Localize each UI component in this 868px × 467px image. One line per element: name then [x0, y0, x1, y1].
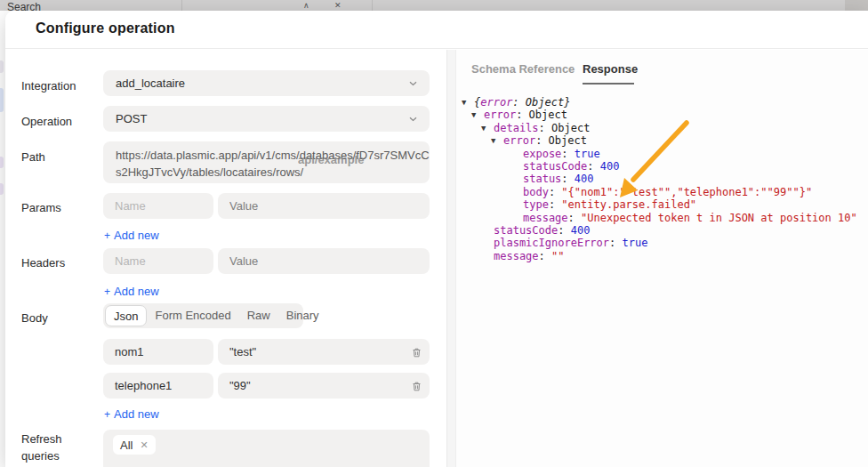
expand-arrow-icon[interactable]: ▼ — [471, 109, 484, 121]
json-segment-str: "Unexpected token t in JSON at position … — [581, 212, 857, 224]
chevron-down-icon — [409, 81, 417, 86]
json-segment-bool: true — [575, 148, 600, 160]
active-tab-underline — [583, 83, 634, 85]
path-label: Path — [21, 149, 98, 165]
json-segment-key: details — [494, 122, 539, 134]
json-segment-key: error — [503, 134, 535, 147]
background-toolbar-fragment — [845, 0, 868, 11]
trash-icon[interactable] — [411, 380, 423, 392]
json-segment-plain: Object} — [526, 96, 571, 109]
tab-json[interactable]: Json — [105, 305, 147, 326]
json-segment-key: statusCode — [494, 224, 558, 237]
tab-form-encoded[interactable]: Form Encoded — [147, 305, 238, 326]
json-segment-num: 400 — [600, 160, 620, 173]
path-placeholder-ghost: api/example — [298, 153, 364, 166]
params-add-new-button[interactable]: +Add new — [104, 229, 159, 242]
body-type-tabs: Json Form Encoded Raw Binary — [103, 303, 303, 328]
json-segment-plain: : — [516, 109, 528, 121]
panel-divider — [446, 50, 456, 467]
headers-add-new-button[interactable]: +Add new — [104, 285, 159, 298]
json-segment-bool: true — [623, 237, 648, 249]
json-segment-num: 400 — [575, 173, 594, 185]
json-tree-row: ▼details: Object — [462, 122, 857, 134]
json-tree-row: statusCode: 400 — [462, 224, 857, 237]
json-tree-row: expose: true — [462, 148, 857, 160]
plus-icon: + — [104, 229, 110, 242]
json-segment-plain: : — [561, 148, 574, 160]
expand-arrow-icon[interactable]: ▼ — [462, 96, 474, 109]
tab-raw[interactable]: Raw — [239, 305, 278, 326]
response-panel: Schema Reference Response ▼{error: Objec… — [456, 50, 868, 467]
tab-response[interactable]: Response — [583, 62, 638, 76]
json-tree-row: message: "" — [462, 250, 857, 262]
integration-label: Integration — [21, 77, 98, 94]
json-segment-key: type — [523, 198, 549, 211]
json-segment-key: message — [494, 250, 539, 262]
body-row-value-input[interactable] — [218, 339, 430, 365]
json-tree-row: ▼error: Object — [462, 109, 857, 121]
background-icon-fragment — [0, 60, 4, 73]
json-tree-row: body: "{"nom1":""test"","telephone1":""9… — [462, 186, 857, 198]
json-segment-plain: : — [609, 237, 622, 249]
integration-select[interactable]: add_locataire — [103, 70, 430, 96]
json-segment-key: body — [523, 186, 549, 198]
background-icon-fragment — [0, 183, 4, 195]
chip-remove-icon[interactable]: ✕ — [140, 439, 148, 451]
headers-value-input[interactable] — [218, 248, 430, 274]
json-segment-key: error — [484, 109, 516, 121]
json-tree-row: statusCode: 400 — [462, 160, 857, 173]
json-segment-key: status — [523, 173, 561, 185]
json-segment-plain: Object — [551, 122, 590, 134]
json-segment-plain: : — [535, 134, 548, 147]
json-tree-row: status: 400 — [462, 173, 857, 185]
toolbar-divider — [372, 0, 373, 11]
close-icon[interactable]: ✕ — [334, 1, 342, 10]
toolbar-divider — [181, 0, 182, 11]
params-value-input[interactable] — [218, 193, 430, 219]
expand-arrow-icon[interactable]: ▼ — [491, 134, 503, 147]
json-segment-plain: : — [512, 96, 525, 109]
json-segment-plain: : — [549, 198, 561, 211]
chevron-up-icon[interactable]: ∧ — [303, 1, 309, 10]
json-segment-str: "{"nom1":""test"","telephone1":""99""}" — [561, 186, 812, 198]
params-label: Params — [21, 199, 98, 216]
tab-binary[interactable]: Binary — [278, 305, 327, 326]
json-tree-row: message: "Unexpected token t in JSON at … — [462, 212, 857, 224]
operation-select[interactable]: POST — [103, 106, 430, 132]
body-add-new-button[interactable]: +Add new — [104, 407, 159, 421]
body-row-name-input[interactable] — [103, 373, 213, 399]
refresh-queries-label: Refresh queries — [21, 431, 98, 464]
chip-label: All — [120, 439, 133, 452]
screenshot-root: Search ∧ ✕ Configure operation Integrati… — [0, 0, 868, 467]
headers-name-input[interactable] — [103, 248, 213, 274]
json-tree-row: type: "entity.parse.failed" — [462, 198, 857, 211]
json-segment-plain: : — [539, 122, 551, 134]
configure-operation-dialog: Configure operation Integration add_loca… — [5, 11, 868, 467]
json-segment-plain: : — [561, 173, 574, 185]
dialog-title: Configure operation — [36, 20, 175, 36]
tab-schema-reference[interactable]: Schema Reference — [471, 62, 575, 76]
json-segment-key: message — [523, 212, 568, 224]
background-find-bar: Search ∧ ✕ — [0, 0, 868, 11]
chevron-down-icon — [409, 117, 417, 122]
json-segment-plain: : — [549, 186, 561, 198]
json-segment-plain: Object — [549, 134, 587, 147]
refresh-query-chip: All ✕ — [113, 435, 156, 455]
refresh-queries-input[interactable]: All ✕ — [103, 430, 430, 467]
path-value-line2: s2HkgJTvcVy/tables/locataires/rows/ — [116, 165, 303, 179]
headers-label: Headers — [21, 254, 98, 271]
body-row-name-input[interactable] — [103, 339, 213, 365]
json-segment-plain: : — [558, 224, 570, 237]
json-segment-key: statusCode — [523, 160, 587, 173]
operation-value: POST — [116, 112, 409, 125]
params-name-input[interactable] — [103, 193, 213, 219]
json-tree-row: plasmicIgnoreError: true — [462, 237, 857, 249]
path-input[interactable]: https://data.plasmic.app/api/v1/cms/data… — [103, 141, 430, 183]
dialog-header: Configure operation — [5, 11, 868, 49]
trash-icon[interactable] — [411, 346, 423, 358]
json-segment-num: 400 — [571, 224, 591, 237]
body-row-value-input[interactable] — [218, 373, 430, 399]
json-segment-plain: : — [568, 212, 581, 224]
expand-arrow-icon[interactable]: ▼ — [481, 122, 494, 134]
json-tree-row: ▼{error: Object} — [462, 96, 857, 109]
